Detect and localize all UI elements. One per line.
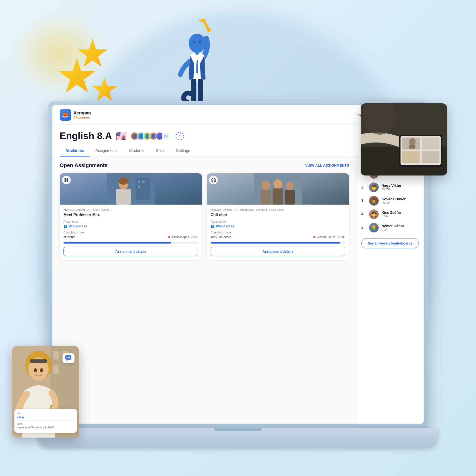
svg-point-46 (68, 357, 69, 358)
card-1-completion-label: Completion rate: (64, 231, 198, 234)
svg-point-42 (40, 368, 43, 372)
tab-settings[interactable]: Settings (170, 146, 196, 156)
tablet-photo-svg (361, 103, 447, 175)
assignment-card-1: Absolute Beginner - A1 • Start • Lesson … (60, 173, 202, 260)
mini-card-overlay: inc. class rate: students ● Closed: Apr … (15, 409, 77, 433)
card-2-students: 48/50 students (211, 235, 231, 239)
svg-point-18 (118, 177, 129, 185)
svg-rect-19 (65, 178, 66, 180)
see-all-leaderboards-btn[interactable]: See all weekly leaderboards (361, 238, 419, 248)
card-2-assigned-label: Assigned to: (211, 220, 345, 223)
card-image-1 (60, 173, 202, 204)
logo-icon: 🦊 (60, 109, 71, 121)
card-2-title: Chit chat (211, 213, 345, 217)
whole-class-icon: 👥 (64, 224, 67, 228)
card-2-heart: ♡ (342, 176, 347, 182)
svg-point-6 (199, 41, 201, 44)
svg-rect-14 (142, 181, 145, 184)
card-1-students: students (64, 235, 75, 239)
main-body: Open Assignments VIEW ALL ASSIGNMENTS (52, 156, 424, 424)
card-1-status: Closed: Apr 1, 15:00 (168, 235, 198, 239)
star-2 (77, 38, 108, 70)
card-1-completion-row: students Closed: Apr 1, 15:00 (64, 235, 198, 239)
lb-item-5: 5. 👨‍🦲 Német Gábor 0 XP (361, 223, 419, 233)
view-all-assignments[interactable]: VIEW ALL ASSIGNMENTS (305, 164, 349, 167)
card-2-progress-bar (211, 242, 345, 243)
assignments-section: Open Assignments VIEW ALL ASSIGNMENTS (52, 156, 356, 424)
tab-assignments[interactable]: Assignments (90, 146, 123, 156)
card-1-dot (168, 236, 170, 238)
svg-point-45 (66, 357, 67, 358)
mini-card-class: class (17, 416, 74, 419)
tab-stats[interactable]: Stats (150, 146, 170, 156)
lb-info-2: Nagy Viktor 45 XP (382, 184, 419, 191)
lb-rank-3: 3. (361, 199, 366, 203)
svg-point-47 (69, 357, 70, 358)
svg-rect-22 (67, 180, 68, 182)
lb-info-4: Kiss Zsófia 0 XP (382, 210, 419, 218)
svg-rect-27 (273, 188, 283, 204)
avatar-stack: 👤 👤 👤 👤 👤 +16 (131, 132, 170, 140)
card-2-status: Closed: Feb 29, 20:00 (313, 235, 345, 239)
svg-rect-17 (116, 189, 131, 204)
add-member-button[interactable]: + (176, 132, 184, 140)
lb-item-4: 4. 👩 Kiss Zsófia 0 XP (361, 209, 419, 219)
svg-point-26 (273, 179, 282, 189)
svg-rect-56 (422, 151, 440, 163)
card-2-assigned-value: 👥 Whole class (211, 224, 345, 228)
avatar-count: +16 (162, 132, 170, 140)
card-2-icon: 🎧 (209, 176, 218, 184)
cards-row: Absolute Beginner - A1 • Start • Lesson … (60, 173, 349, 260)
logo-area: 🦊 Xeropan Classroom (60, 109, 91, 121)
card-1-assigned-label: Assigned to: (64, 220, 198, 223)
svg-rect-20 (67, 178, 68, 180)
mini-card-rate: rate: (17, 422, 74, 425)
lb-item-3: 3. 👨‍🦱 Kovács Olivér 29 XP (361, 196, 419, 205)
lb-xp-4: 0 XP (382, 214, 419, 218)
lb-xp-2: 45 XP (382, 187, 419, 191)
svg-rect-15 (138, 185, 140, 188)
logo-text: Xeropan Classroom (74, 111, 91, 119)
lb-xp-3: 29 XP (382, 201, 419, 204)
chat-bubble-icon (65, 355, 72, 361)
card-1-body: Absolute Beginner - A1 • Start • Lesson … (60, 204, 202, 260)
lb-name-5: Német Gábor (382, 224, 419, 228)
app-subtitle: Classroom (74, 116, 91, 119)
card-2-dot (313, 236, 315, 238)
tab-overview[interactable]: Áttekintés (60, 146, 90, 156)
section-title: Open Assignments (60, 162, 108, 169)
card-1-details-btn[interactable]: Assignment details (64, 247, 198, 256)
lb-info-3: Kovács Olivér 29 XP (382, 197, 419, 204)
card-photo-svg-2 (207, 173, 349, 204)
card-2-details-btn[interactable]: Assignment details (211, 247, 345, 256)
class-title: English 8.A (60, 131, 112, 141)
card-2-tag: Absolute Beginner - A1 • Introduction - … (211, 208, 345, 211)
star-3 (91, 77, 118, 103)
main-scene: 🦊 Xeropan Classroom Classes Exercises 👩 (0, 0, 476, 476)
card-2-body: Absolute Beginner - A1 • Introduction - … (207, 204, 349, 260)
photo-card-right (361, 103, 447, 175)
lb-rank-4: 4. (361, 212, 366, 216)
card-1-progress-bar (64, 242, 198, 243)
svg-point-57 (409, 138, 416, 145)
svg-rect-58 (409, 145, 415, 149)
svg-point-4 (189, 34, 205, 53)
lb-avatar-3: 👨‍🦱 (369, 196, 379, 205)
card-photo-1 (60, 173, 202, 204)
svg-marker-44 (66, 360, 68, 361)
lb-name-2: Nagy Viktor (382, 184, 419, 187)
svg-rect-37 (30, 359, 47, 363)
svg-point-41 (34, 368, 37, 372)
lb-xp-5: 0 XP (382, 228, 419, 232)
assignment-card-2: 🎧 ♡ Absolute Beginner - A1 • Introductio… (207, 173, 349, 260)
lb-rank-2: 2. (361, 185, 366, 189)
mini-divider (17, 421, 74, 421)
card-1-title: Meet Professor Max (64, 213, 198, 217)
lb-name-4: Kiss Zsófia (382, 210, 419, 214)
svg-rect-13 (138, 181, 140, 184)
tab-students[interactable]: Students (123, 146, 150, 156)
svg-rect-34 (53, 365, 59, 374)
lb-avatar-5: 👨‍🦲 (369, 223, 379, 233)
lb-rank-5: 5. (361, 225, 366, 230)
lb-info-5: Német Gábor 0 XP (382, 224, 419, 232)
